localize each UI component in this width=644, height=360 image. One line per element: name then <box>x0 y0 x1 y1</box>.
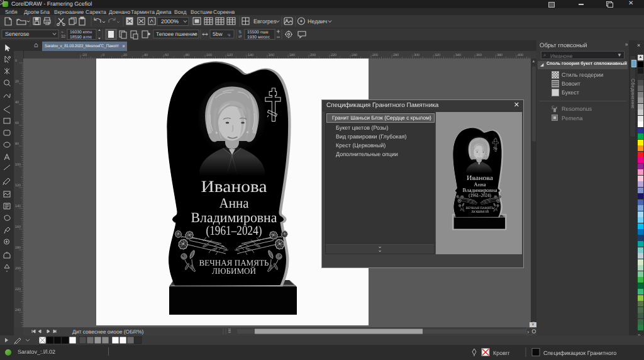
svg-text:Спецификациок Гранитного: Спецификациок Гранитного <box>543 350 616 356</box>
svg-text:›: › <box>528 329 530 335</box>
svg-text:Дит совеснее оиооe (ОБR%): Дит совеснее оиооe (ОБR%) <box>72 329 143 335</box>
svg-text:Кровгг: Кровгг <box>493 350 510 356</box>
